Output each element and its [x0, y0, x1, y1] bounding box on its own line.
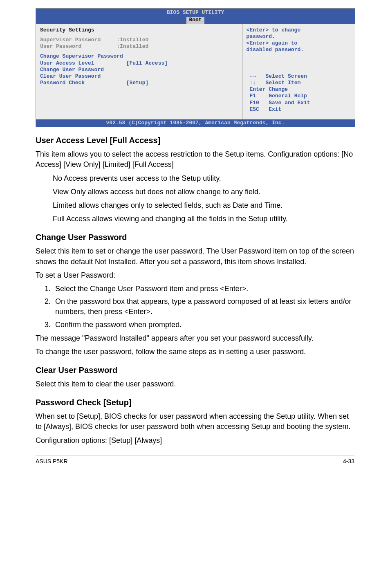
list-item: No Access prevents user access to the Se… [53, 173, 354, 184]
heading-password-check: Password Check [Setup] [36, 397, 354, 408]
bios-item: Change User Password [40, 67, 238, 73]
bios-help-text: disabled password. [247, 47, 363, 53]
paragraph: This item allows you to select the acces… [36, 149, 354, 170]
bios-left-pane: Security Settings Supervisor Password :I… [36, 24, 242, 120]
bios-status-row: User Password :Installed [40, 43, 238, 50]
bios-nav-row: F1 General Help [247, 93, 363, 99]
paragraph: When set to [Setup], BIOS checks for use… [36, 411, 354, 432]
footer-right: 4-33 [343, 458, 354, 466]
list-item: View Only allows access but does not all… [53, 187, 354, 197]
bios-right-pane: <Enter> to change password. <Enter> agai… [242, 24, 363, 120]
paragraph: To set a User Password: [36, 270, 354, 281]
bios-title: BIOS SETUP UTILITY [36, 9, 355, 16]
bios-item: User Access Level [Full Access] [40, 60, 238, 67]
bios-item: Password Check [Setup] [40, 80, 238, 86]
bios-section-title: Security Settings [40, 27, 238, 34]
arrows-lr-icon: ←→ [249, 73, 256, 79]
bios-screenshot: BIOS SETUP UTILITY Boot Security Setting… [36, 8, 355, 127]
bios-help-text: password. [247, 34, 363, 40]
list-item: Limited allows changes only to selected … [53, 200, 354, 211]
bios-status-row: Supervisor Password :Installed [40, 37, 238, 43]
bios-header: BIOS SETUP UTILITY Boot [36, 9, 355, 24]
list-item: Full Access allows viewing and changing … [53, 214, 354, 224]
heading-clear-user-password: Clear User Password [36, 364, 354, 376]
bios-item: Change Supervisor Password [40, 53, 238, 60]
bios-nav-row: ESC Exit [247, 106, 363, 113]
arrows-ud-icon: ↑↓ [249, 80, 256, 86]
list-item: On the password box that appears, type a… [53, 296, 354, 317]
page-footer: ASUS P5KR 4-33 [36, 456, 354, 466]
bios-item: Clear User Password [40, 73, 238, 80]
bios-help-text: <Enter> again to [247, 40, 363, 47]
bios-nav-row: Enter Change [247, 86, 363, 93]
heading-change-user-password: Change User Password [36, 231, 354, 243]
footer-left: ASUS P5KR [36, 458, 68, 466]
paragraph: Select this item to clear the user passw… [36, 379, 354, 389]
list-item: Select the Change User Password item and… [53, 284, 354, 294]
ordered-list: Select the Change User Password item and… [36, 284, 354, 330]
paragraph: Configuration options: [Setup] [Always] [36, 435, 354, 446]
bios-nav-row: ←→ Select Screen [247, 73, 363, 80]
paragraph: The message "Password Installed" appears… [36, 333, 354, 343]
bios-footer: v02.58 (C)Copyright 1985-2007, American … [36, 119, 355, 127]
bios-help-text: <Enter> to change [247, 27, 363, 34]
heading-user-access-level: User Access Level [Full Access] [36, 135, 354, 146]
bios-nav-row: ↑↓ Select Item [247, 80, 363, 86]
paragraph: Select this item to set or change the us… [36, 246, 354, 267]
list-item: Confirm the password when prompted. [53, 320, 354, 330]
bios-nav-row: F10 Save and Exit [247, 100, 363, 106]
bios-tab-boot: Boot [186, 17, 204, 23]
paragraph: To change the user password, follow the … [36, 347, 354, 357]
